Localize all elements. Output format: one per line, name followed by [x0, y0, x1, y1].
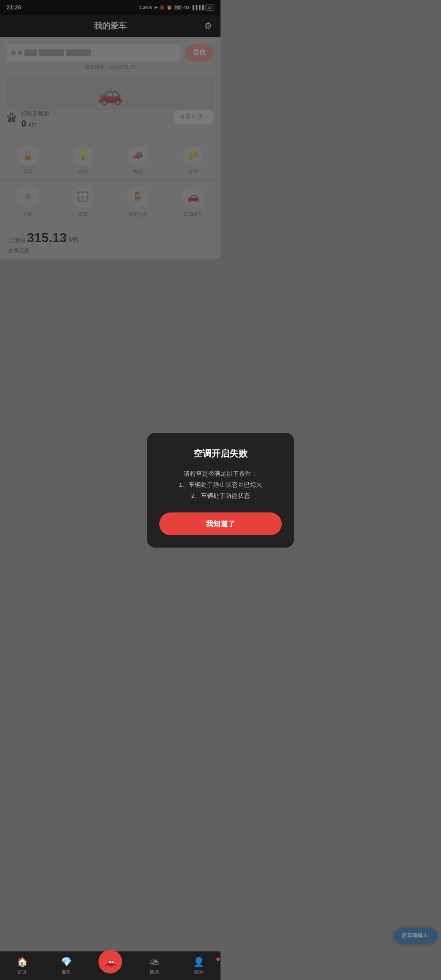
modal-overlay: 空调开启失败 请检查是否满足以下条件： 1、车辆处于静止状态且已熄火 2、车辆处…: [0, 0, 220, 490]
dialog-title: 空调开启失败: [159, 448, 220, 460]
dialog-body: 请检查是否满足以下条件： 1、车辆处于静止状态且已熄火 2、车辆处于防盗状态: [159, 468, 220, 490]
error-dialog: 空调开启失败 请检查是否满足以下条件： 1、车辆处于静止状态且已熄火 2、车辆处…: [147, 433, 220, 490]
